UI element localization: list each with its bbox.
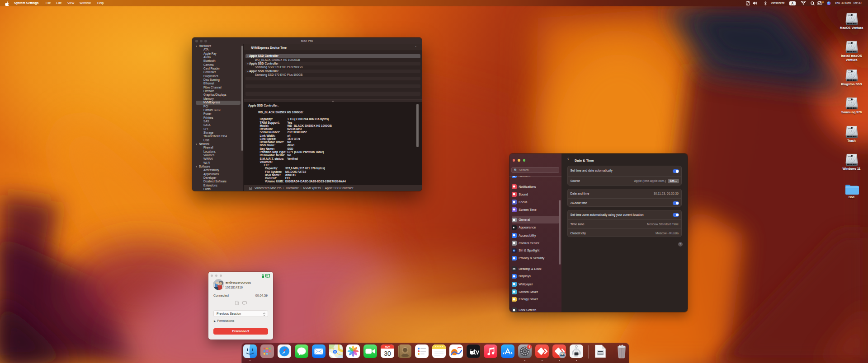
svg-text:NOV: NOV [385,345,390,348]
svg-text:30: 30 [384,350,391,357]
